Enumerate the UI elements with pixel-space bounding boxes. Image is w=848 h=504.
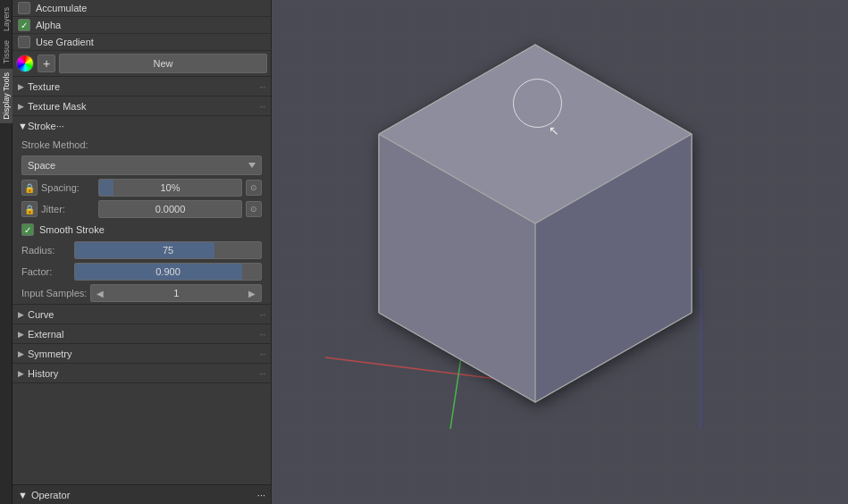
- jitter-edit-icon[interactable]: ⊙: [246, 201, 262, 217]
- radius-slider[interactable]: 75: [74, 241, 262, 259]
- external-label: External: [28, 329, 259, 340]
- accumulate-row: Accumulate: [13, 0, 271, 17]
- operator-arrow-icon: ▼: [18, 490, 28, 500]
- curve-arrow-icon: ▶: [18, 310, 24, 319]
- factor-value: 0.900: [75, 266, 261, 277]
- texture-label: Texture: [28, 81, 259, 92]
- texture-section-header[interactable]: ▶ Texture ···: [13, 77, 271, 97]
- factor-row: Factor: 0.900: [13, 261, 271, 282]
- input-samples-increment[interactable]: ▶: [248, 289, 256, 298]
- stroke-label: Stroke: [28, 121, 56, 131]
- cube-3d: [343, 27, 727, 438]
- symmetry-dots: ···: [259, 348, 265, 360]
- vtab-display-tools[interactable]: Display Tools: [0, 69, 13, 123]
- history-dots: ···: [259, 367, 265, 380]
- texture-mask-section-header[interactable]: ▶ Texture Mask ···: [13, 97, 271, 116]
- curve-section-header[interactable]: ▶ Curve ···: [13, 305, 271, 324]
- use-gradient-label: Use Gradient: [36, 37, 94, 47]
- stroke-dots: ···: [56, 121, 64, 131]
- add-button[interactable]: +: [38, 55, 55, 72]
- jitter-row: 🔒 Jitter: 0.0000 ⊙: [13, 198, 271, 220]
- stroke-section-header[interactable]: ▼ Stroke ···: [13, 116, 271, 136]
- use-gradient-checkbox[interactable]: [18, 36, 30, 48]
- factor-label: Factor:: [21, 266, 71, 277]
- operator-dots: ···: [257, 490, 265, 500]
- history-arrow-icon: ▶: [18, 369, 24, 378]
- viewport[interactable]: ↖: [272, 0, 848, 504]
- operator-label: Operator: [31, 490, 70, 500]
- left-panel: Accumulate ✓ Alpha Use Gradient + New ▶ …: [13, 0, 272, 504]
- input-samples-field[interactable]: ◀ 1 ▶: [90, 284, 262, 302]
- stroke-method-label: Stroke Method:: [21, 139, 88, 150]
- texture-arrow-icon: ▶: [18, 82, 24, 91]
- alpha-row: ✓ Alpha: [13, 17, 271, 34]
- external-arrow-icon: ▶: [18, 330, 24, 339]
- input-samples-decrement[interactable]: ◀: [97, 289, 104, 298]
- stroke-method-label-row: Stroke Method:: [13, 136, 271, 154]
- radius-label: Radius:: [21, 245, 71, 256]
- smooth-stroke-checkbox[interactable]: [21, 223, 34, 236]
- symmetry-arrow-icon: ▶: [18, 349, 24, 358]
- input-samples-label: Input Samples:: [21, 288, 87, 298]
- alpha-label: Alpha: [36, 20, 61, 30]
- vertical-tabs: Layers Tissue Display Tools: [0, 0, 13, 504]
- texture-dots: ···: [259, 80, 265, 93]
- input-samples-value: 1: [173, 288, 179, 298]
- accumulate-label: Accumulate: [36, 3, 87, 13]
- history-label: History: [28, 368, 259, 379]
- spacing-row: 🔒 Spacing: 10% ⊙: [13, 177, 271, 198]
- alpha-checkbox[interactable]: ✓: [18, 19, 30, 31]
- texture-mask-arrow-icon: ▶: [18, 102, 24, 111]
- spacing-edit-icon[interactable]: ⊙: [246, 180, 262, 196]
- stroke-method-select[interactable]: Space: [21, 155, 262, 175]
- history-section-header[interactable]: ▶ History ···: [13, 364, 271, 383]
- curve-dots: ···: [259, 308, 265, 321]
- color-circle[interactable]: [16, 55, 34, 72]
- jitter-value-field[interactable]: 0.0000: [98, 200, 242, 218]
- spacing-label: Spacing:: [41, 182, 95, 193]
- jitter-lock-icon[interactable]: 🔒: [21, 201, 38, 217]
- new-brush-button[interactable]: New: [59, 54, 267, 73]
- operator-bar: ▼ Operator ···: [13, 484, 271, 504]
- new-brush-row: + New: [13, 51, 271, 77]
- radius-value: 75: [75, 245, 261, 256]
- input-samples-row: Input Samples: ◀ 1 ▶: [13, 282, 271, 304]
- radius-row: Radius: 75: [13, 239, 271, 261]
- stroke-arrow-icon: ▼: [18, 121, 28, 131]
- factor-slider[interactable]: 0.900: [74, 263, 262, 281]
- vtab-tissue[interactable]: Tissue: [0, 37, 13, 67]
- space-dropdown-row: Space: [13, 154, 271, 177]
- curve-label: Curve: [28, 309, 259, 320]
- external-dots: ···: [259, 328, 265, 340]
- symmetry-label: Symmetry: [28, 349, 259, 359]
- spacing-value-field[interactable]: 10%: [98, 179, 242, 197]
- texture-mask-dots: ···: [259, 100, 265, 113]
- smooth-stroke-label: Smooth Stroke: [39, 224, 105, 235]
- use-gradient-row: Use Gradient: [13, 34, 271, 51]
- texture-mask-label: Texture Mask: [28, 101, 259, 112]
- jitter-label: Jitter:: [41, 204, 95, 214]
- stroke-section: ▼ Stroke ··· Stroke Method: Space 🔒 Spac…: [13, 116, 271, 305]
- external-section-header[interactable]: ▶ External ···: [13, 324, 271, 344]
- accumulate-checkbox[interactable]: [18, 2, 30, 14]
- smooth-stroke-row: Smooth Stroke: [13, 220, 271, 239]
- vtab-layers[interactable]: Layers: [0, 4, 13, 35]
- symmetry-section-header[interactable]: ▶ Symmetry ···: [13, 344, 271, 364]
- spacing-lock-icon[interactable]: 🔒: [21, 180, 38, 196]
